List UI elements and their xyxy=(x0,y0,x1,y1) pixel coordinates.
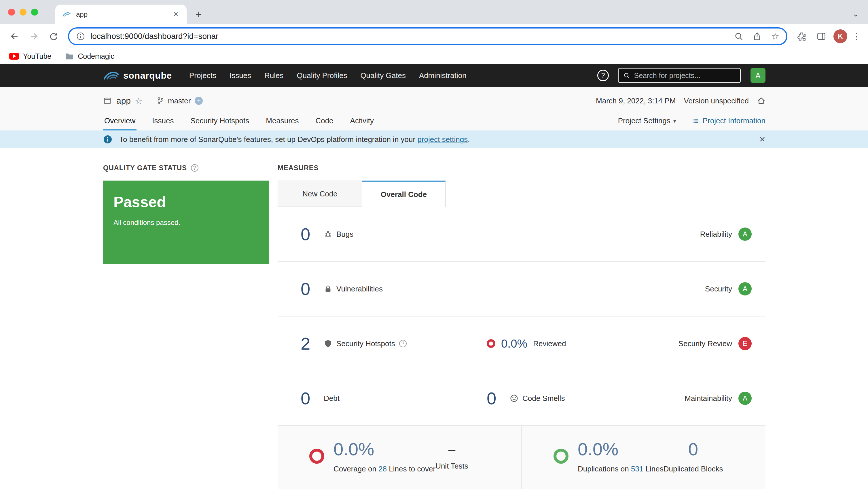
reload-button[interactable] xyxy=(45,28,62,45)
overview-content: QUALITY GATE STATUS ? Passed All conditi… xyxy=(0,148,868,489)
url-text[interactable]: localhost:9000/dashboard?id=sonar xyxy=(90,32,725,41)
search-input[interactable] xyxy=(634,71,736,80)
bug-icon xyxy=(324,230,332,239)
hotspots-reviewed-group: 0.0% Reviewed xyxy=(487,337,566,350)
project-tab-measures[interactable]: Measures xyxy=(265,114,300,130)
search-icon xyxy=(623,72,630,79)
duplications-measure: 0.0% Duplications on 531 Lines xyxy=(554,439,663,473)
coverage-ring-icon xyxy=(309,449,324,464)
duplications-value[interactable]: 0.0% xyxy=(578,439,663,459)
debt-value[interactable]: 0 xyxy=(301,389,314,408)
vulnerabilities-count[interactable]: 0 xyxy=(301,279,314,299)
screen: app ✕ + ⌄ localhost:9000/dashboard?id=so… xyxy=(0,0,868,489)
browser-profile-avatar[interactable]: K xyxy=(833,29,847,43)
extensions-puzzle-icon[interactable] xyxy=(793,28,810,45)
bookmarks-bar: YouTube Codemagic xyxy=(0,49,868,64)
sonarqube-favicon-icon xyxy=(62,11,71,18)
project-information-button[interactable]: Project Information xyxy=(691,116,766,130)
unit-tests-measure: – Unit Tests xyxy=(435,442,468,470)
nav-item-quality-gates[interactable]: Quality Gates xyxy=(360,71,406,80)
favorite-star-icon[interactable]: ☆ xyxy=(135,96,143,106)
reliability-rating-badge[interactable]: A xyxy=(738,227,752,241)
measure-row-vulnerabilities: 0 Vulnerabilities Security A xyxy=(278,262,766,316)
back-button[interactable] xyxy=(6,28,23,45)
nav-item-issues[interactable]: Issues xyxy=(229,71,251,80)
project-search[interactable] xyxy=(618,68,741,83)
duplication-lines-link[interactable]: 531 xyxy=(631,464,643,473)
bookmark-label: Codemagic xyxy=(78,52,114,60)
project-tab-issues[interactable]: Issues xyxy=(151,114,175,130)
window-minimize-button[interactable] xyxy=(20,9,27,16)
user-avatar[interactable]: A xyxy=(750,68,766,83)
project-tab-overview[interactable]: Overview xyxy=(103,114,136,130)
zoom-icon[interactable] xyxy=(734,32,743,41)
security-review-label: Security Review xyxy=(679,339,732,348)
lines-to-cover-link[interactable]: 28 xyxy=(378,464,387,473)
project-tab-activity[interactable]: Activity xyxy=(349,114,375,130)
side-panel-icon[interactable] xyxy=(813,28,830,45)
info-icon xyxy=(103,135,112,144)
bookmark-youtube[interactable]: YouTube xyxy=(9,52,51,60)
caret-down-icon: ▾ xyxy=(673,118,676,124)
new-tab-button[interactable]: + xyxy=(191,7,206,22)
security-hotspots-count[interactable]: 2 xyxy=(301,334,314,354)
project-tab-code[interactable]: Code xyxy=(314,114,334,130)
coverage-value[interactable]: 0.0% xyxy=(334,439,435,459)
project-settings-dropdown[interactable]: Project Settings ▾ xyxy=(618,116,676,130)
devops-integration-banner: To benefit from more of SonarQube's feat… xyxy=(0,130,868,148)
window-close-button[interactable] xyxy=(8,9,15,16)
duplicated-blocks-label: Duplicated Blocks xyxy=(663,464,723,473)
nav-item-projects[interactable]: Projects xyxy=(189,71,216,80)
duplicated-blocks-value[interactable]: 0 xyxy=(688,439,698,459)
address-bar[interactable]: localhost:9000/dashboard?id=sonar ☆ xyxy=(68,27,787,45)
tab-close-icon[interactable]: ✕ xyxy=(171,9,181,19)
maintainability-rating-badge[interactable]: A xyxy=(738,392,752,405)
code-smells-label[interactable]: Code Smells xyxy=(522,394,565,403)
bugs-label[interactable]: Bugs xyxy=(336,230,353,239)
bookmark-label: YouTube xyxy=(23,52,51,60)
forward-button[interactable] xyxy=(25,28,42,45)
vulnerabilities-label[interactable]: Vulnerabilities xyxy=(336,284,383,294)
debt-label[interactable]: Debt xyxy=(324,394,340,403)
sonarqube-logo[interactable]: sonarqube xyxy=(103,70,172,81)
nav-item-administration[interactable]: Administration xyxy=(419,71,467,80)
security-review-rating-badge[interactable]: E xyxy=(738,337,752,350)
quality-gate-help-icon[interactable]: ? xyxy=(191,164,198,172)
tab-search-chevron-icon[interactable]: ⌄ xyxy=(852,9,859,19)
reviewed-ring-icon xyxy=(487,339,495,348)
window-zoom-button[interactable] xyxy=(31,9,38,16)
code-smells-count[interactable]: 0 xyxy=(487,389,500,408)
browser-menu-icon[interactable]: ⋮ xyxy=(851,28,862,45)
browser-tab[interactable]: app ✕ xyxy=(55,5,187,24)
security-hotspots-help-icon[interactable]: ? xyxy=(399,340,407,347)
quality-gate-detail: All conditions passed. xyxy=(114,219,259,227)
browser-toolbar: localhost:9000/dashboard?id=sonar ☆ K ⋮ xyxy=(0,24,868,49)
help-icon[interactable]: ? xyxy=(597,70,609,81)
code-smells-group: 0 Code Smells xyxy=(487,389,565,408)
quality-gate-heading: QUALITY GATE STATUS ? xyxy=(103,163,269,173)
quality-gate-status: Passed xyxy=(114,193,259,211)
bugs-count[interactable]: 0 xyxy=(301,224,314,244)
reviewed-percentage[interactable]: 0.0% xyxy=(501,337,527,350)
branch-name[interactable]: master xyxy=(168,96,191,105)
nav-item-quality-profiles[interactable]: Quality Profiles xyxy=(297,71,347,80)
home-icon[interactable] xyxy=(757,96,766,105)
branch-icon xyxy=(156,97,164,105)
branch-info-icon[interactable]: + xyxy=(195,97,203,105)
nav-item-rules[interactable]: Rules xyxy=(265,71,283,80)
bookmark-codemagic[interactable]: Codemagic xyxy=(65,52,114,60)
sonarqube-swoosh-icon xyxy=(103,70,119,81)
tab-overall-code[interactable]: Overall Code xyxy=(362,181,446,207)
measures-panel: 0 Bugs Reliability A 0 Vulnerabilit xyxy=(278,207,766,489)
bookmark-star-icon[interactable]: ☆ xyxy=(771,32,779,41)
security-hotspots-label[interactable]: Security Hotspots xyxy=(336,339,395,348)
share-icon[interactable] xyxy=(752,32,762,41)
banner-close-icon[interactable]: ✕ xyxy=(759,135,766,144)
project-name[interactable]: app xyxy=(116,96,131,106)
site-info-icon[interactable] xyxy=(76,32,85,41)
tab-new-code[interactable]: New Code xyxy=(278,181,362,207)
project-tab-security-hotspots[interactable]: Security Hotspots xyxy=(189,114,251,130)
measure-row-bugs: 0 Bugs Reliability A xyxy=(278,207,766,262)
security-rating-badge[interactable]: A xyxy=(738,282,752,296)
project-settings-link[interactable]: project settings xyxy=(417,135,468,144)
